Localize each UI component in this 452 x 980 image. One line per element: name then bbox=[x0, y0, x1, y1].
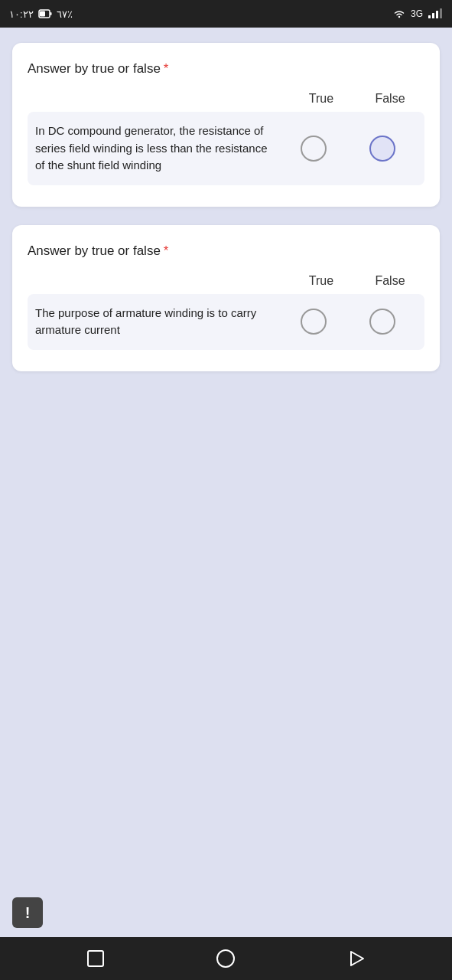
svg-marker-9 bbox=[351, 952, 363, 965]
question-card-2: Answer by true or false* True False The … bbox=[12, 225, 440, 371]
nav-back-button[interactable] bbox=[84, 947, 107, 970]
false-radio-col-2[interactable] bbox=[348, 309, 417, 335]
question-1-label: Answer by true or false* bbox=[28, 61, 424, 77]
status-signal: 3G bbox=[411, 8, 423, 19]
status-time: ١٠:٢٢ bbox=[9, 8, 34, 20]
wifi-icon bbox=[392, 8, 406, 19]
true-radio-col-1[interactable] bbox=[279, 136, 348, 162]
false-header-2: False bbox=[356, 274, 424, 288]
nav-forward-button[interactable] bbox=[345, 947, 368, 970]
statement-2: The purpose of armature winding is to ca… bbox=[35, 305, 279, 339]
statement-1: In DC compound generator, the resistance… bbox=[35, 122, 279, 175]
status-battery: ٦٧٪ bbox=[57, 8, 73, 20]
question-card-1: Answer by true or false* True False In D… bbox=[12, 43, 440, 207]
nav-bar bbox=[0, 937, 452, 980]
false-header-1: False bbox=[356, 92, 424, 106]
svg-point-8 bbox=[217, 950, 234, 967]
circle-icon bbox=[214, 947, 237, 970]
nav-home-button[interactable] bbox=[214, 947, 237, 970]
false-radio-2[interactable] bbox=[369, 309, 395, 335]
svg-rect-7 bbox=[88, 951, 103, 966]
tf-row-2: The purpose of armature winding is to ca… bbox=[28, 294, 424, 350]
false-radio-1[interactable] bbox=[369, 136, 395, 162]
tf-row-1: In DC compound generator, the resistance… bbox=[28, 112, 424, 185]
svg-rect-6 bbox=[440, 8, 442, 18]
svg-rect-3 bbox=[428, 15, 431, 18]
svg-rect-2 bbox=[40, 11, 45, 17]
status-bar: ١٠:٢٢ ٦٧٪ 3G bbox=[0, 0, 452, 28]
status-bar-right: 3G bbox=[392, 8, 443, 19]
true-radio-2[interactable] bbox=[301, 309, 327, 335]
svg-rect-5 bbox=[436, 11, 438, 18]
triangle-icon bbox=[345, 947, 368, 970]
status-bar-left: ١٠:٢٢ ٦٧٪ bbox=[9, 8, 73, 20]
tf-header-row-2: True False bbox=[28, 274, 424, 288]
signal-icon bbox=[428, 8, 443, 19]
true-radio-1[interactable] bbox=[301, 136, 327, 162]
tf-header-row-1: True False bbox=[28, 92, 424, 106]
battery-icon bbox=[38, 8, 52, 19]
square-icon bbox=[84, 947, 107, 970]
svg-rect-4 bbox=[432, 13, 434, 18]
question-2-label: Answer by true or false* bbox=[28, 243, 424, 259]
alert-button[interactable]: ! bbox=[12, 897, 43, 928]
true-header-1: True bbox=[287, 92, 356, 106]
content-area: Answer by true or false* True False In D… bbox=[0, 28, 452, 894]
false-radio-col-1[interactable] bbox=[348, 136, 417, 162]
true-radio-col-2[interactable] bbox=[279, 309, 348, 335]
true-header-2: True bbox=[287, 274, 356, 288]
svg-rect-1 bbox=[50, 12, 51, 15]
